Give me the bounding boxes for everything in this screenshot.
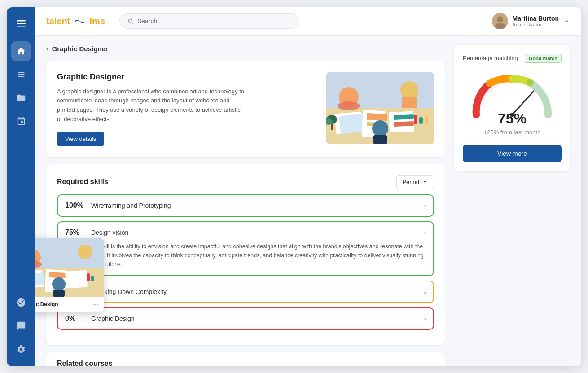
logo-text: talent lms — [46, 16, 105, 26]
chevron-right-icon: › — [424, 288, 426, 295]
chevron-right-icon: › — [424, 202, 426, 209]
skill-left: 100% Wireframing and Prototyping — [65, 202, 171, 210]
sidebar-item-inbox[interactable] — [11, 293, 31, 312]
svg-point-5 — [497, 16, 503, 22]
matching-title: Percentage matching — [463, 55, 518, 61]
svg-rect-12 — [367, 113, 387, 120]
related-courses-title: Related courses — [57, 360, 434, 366]
user-name-block: Maritina Burton Administrator — [513, 15, 559, 27]
svg-rect-0 — [17, 20, 26, 22]
matching-header: Percentage matching Good match — [463, 54, 562, 63]
skills-header: Required skills Period — [57, 175, 434, 189]
svg-rect-24 — [419, 117, 423, 124]
skill-row: 75% Design vision › — [65, 228, 426, 237]
svg-rect-44 — [87, 273, 90, 281]
gauge-percent: 75% — [498, 110, 527, 127]
skill-left: 75% Design vision — [65, 228, 128, 237]
skill-percent: 75% — [65, 228, 87, 237]
svg-rect-2 — [17, 26, 26, 27]
skill-description: Design vision skill is the ability to en… — [65, 242, 426, 269]
sidebar-bottom — [11, 293, 31, 359]
job-card: Graphic Designer A graphic designer is a… — [46, 61, 445, 157]
job-image — [326, 72, 434, 144]
svg-rect-1 — [17, 23, 26, 24]
sidebar-item-settings[interactable] — [11, 339, 31, 359]
search-icon — [127, 18, 134, 25]
skill-name: Design vision — [91, 229, 128, 236]
svg-point-19 — [400, 81, 418, 99]
chevron-right-icon: › — [424, 229, 426, 236]
related-courses-card: Related courses — [46, 352, 445, 366]
user-info[interactable]: Maritina Burton Administrator — [492, 13, 570, 29]
period-dropdown[interactable]: Period — [396, 175, 434, 189]
right-panel: Percentage matching Good match — [454, 45, 570, 357]
gauge-container: 75% +25% from last month — [463, 70, 562, 136]
svg-rect-10 — [339, 114, 365, 134]
sidebar-item-home[interactable] — [11, 41, 31, 61]
skills-card: Required skills Period 100% — [46, 164, 445, 345]
svg-rect-22 — [373, 135, 387, 144]
skill-percent: 100% — [65, 202, 87, 210]
sidebar-item-courses[interactable] — [11, 65, 31, 84]
svg-point-18 — [338, 101, 360, 110]
svg-point-42 — [52, 277, 66, 291]
svg-point-3 — [79, 21, 81, 22]
skill-item-wireframing[interactable]: 100% Wireframing and Prototyping › — [57, 194, 434, 217]
sidebar-item-chat[interactable] — [11, 316, 31, 336]
skill-item-design-vision[interactable]: 75% Design vision › Design vision skill … — [57, 221, 434, 276]
chevron-down-icon — [563, 18, 570, 25]
view-more-button[interactable]: View more — [463, 145, 562, 162]
thumbnail-menu[interactable]: ⋯ — [92, 300, 99, 309]
back-arrow[interactable]: ‹ — [46, 45, 48, 52]
page-content: ‹ Graphic Designer Graphic Designer A gr… — [35, 36, 581, 366]
gauge-change: +25% from last month — [484, 129, 541, 136]
svg-point-40 — [78, 245, 92, 259]
left-panel: ‹ Graphic Designer Graphic Designer A gr… — [46, 45, 445, 357]
svg-rect-20 — [402, 97, 417, 108]
svg-rect-25 — [425, 116, 428, 124]
header: talent lms — [35, 7, 581, 36]
svg-rect-23 — [414, 115, 417, 124]
sidebar-item-files[interactable] — [11, 88, 31, 108]
svg-rect-36 — [49, 272, 66, 278]
svg-rect-37 — [65, 270, 88, 288]
hamburger-menu[interactable] — [12, 14, 30, 34]
job-description: A graphic designer is a professional who… — [57, 87, 246, 124]
skill-row: 100% Wireframing and Prototyping › — [65, 202, 426, 210]
skill-left: 0% Graphic Design — [65, 315, 135, 323]
svg-point-21 — [372, 120, 388, 136]
sidebar — [7, 7, 35, 366]
skill-row: 0% Graphic Design › — [65, 315, 426, 323]
good-match-badge: Good match — [525, 54, 562, 63]
logo: talent lms — [46, 16, 105, 26]
page-title: Graphic Designer — [52, 45, 108, 53]
skills-title: Required skills — [57, 178, 108, 186]
skill-row: 50% Breaking Down Complexity › — [65, 288, 426, 296]
skill-item-graphic-design[interactable]: 0% Graphic Design › — [57, 307, 434, 330]
user-role: Administrator — [513, 22, 559, 27]
skill-name: Graphic Design — [91, 315, 135, 322]
chevron-right-icon: › — [424, 315, 426, 322]
job-content: Graphic Designer A graphic designer is a… — [57, 72, 434, 146]
search-bar[interactable] — [119, 13, 299, 29]
chevron-down-icon — [422, 179, 428, 185]
svg-rect-45 — [91, 276, 94, 281]
skill-item-breaking-complexity[interactable]: 50% Breaking Down Complexity › — [57, 281, 434, 303]
sidebar-item-calendar[interactable] — [11, 111, 31, 131]
view-details-button[interactable]: View details — [57, 132, 104, 146]
main-area: talent lms — [35, 7, 581, 366]
user-name: Maritina Burton — [513, 15, 559, 22]
skill-name: Wireframing and Prototyping — [91, 202, 171, 209]
job-title: Graphic Designer — [57, 72, 316, 82]
avatar — [492, 13, 508, 29]
matching-card: Percentage matching Good match — [454, 45, 570, 171]
svg-rect-43 — [53, 290, 65, 297]
search-input[interactable] — [137, 18, 291, 25]
job-text: Graphic Designer A graphic designer is a… — [57, 72, 316, 146]
skill-percent: 0% — [65, 315, 87, 323]
breadcrumb: ‹ Graphic Designer — [46, 45, 445, 53]
